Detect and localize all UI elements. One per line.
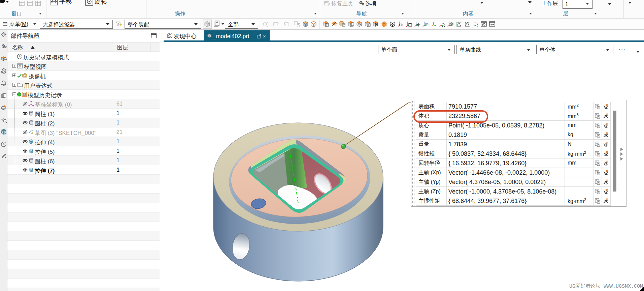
svg-text:x: x [477,25,478,27]
svg-text:(0): (0) [425,22,429,25]
svg-text:xc: xc [459,21,462,24]
svg-text:z: z [475,21,476,24]
svg-text:yc: yc [468,21,470,24]
